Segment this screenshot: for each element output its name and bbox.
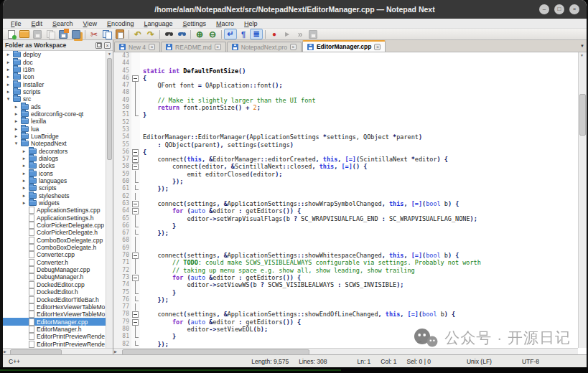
- tree-item-ApplicationSettings.h[interactable]: ApplicationSettings.h: [3, 214, 106, 222]
- fold-marker[interactable]: [131, 97, 140, 104]
- fold-marker[interactable]: [131, 341, 140, 348]
- menu-language[interactable]: Language: [139, 20, 177, 27]
- fold-marker[interactable]: [131, 311, 140, 318]
- fold-marker[interactable]: [131, 215, 140, 222]
- fold-marker[interactable]: [131, 171, 140, 178]
- redo-button[interactable]: [144, 29, 157, 39]
- code-editor-surface[interactable]: 434445static int DefaultFontSize()46{47 …: [113, 52, 578, 348]
- fold-marker[interactable]: [131, 245, 140, 252]
- fold-marker[interactable]: [131, 163, 140, 170]
- fold-marker[interactable]: [131, 156, 140, 163]
- fold-marker[interactable]: [131, 82, 140, 89]
- expand-arrow-icon[interactable]: ▾: [6, 96, 11, 102]
- fold-marker[interactable]: [131, 207, 140, 214]
- tree-item-languages[interactable]: ▸languages: [3, 177, 106, 184]
- play-macro-button[interactable]: [281, 29, 294, 39]
- tab-New 4[interactable]: New 4: [114, 42, 160, 52]
- tree-item-EditorManager.h[interactable]: EditorManager.h: [3, 326, 106, 333]
- word-wrap-button[interactable]: [224, 29, 237, 39]
- save-file-button[interactable]: [31, 29, 44, 39]
- expand-arrow-icon[interactable]: ▸: [22, 178, 27, 184]
- tree-item-stylesheets[interactable]: ▸stylesheets: [3, 192, 106, 199]
- fold-marker[interactable]: [131, 148, 140, 156]
- scrollbar-thumb[interactable]: [122, 349, 309, 355]
- scrollbar-thumb[interactable]: [107, 58, 112, 160]
- indent-guide-button[interactable]: [250, 29, 263, 39]
- tree-item-deploy[interactable]: ▸deploy: [3, 51, 106, 58]
- tree-item-decorators[interactable]: ▸decorators: [3, 147, 106, 154]
- tree-item-icons[interactable]: ▸icons: [3, 170, 106, 177]
- maximize-button[interactable]: □: [554, 4, 564, 14]
- tree-item-EditorPrintPreviewRende…[interactable]: EditorPrintPreviewRende…: [3, 333, 106, 340]
- tab-list-button[interactable]: [580, 44, 584, 48]
- tree-item-EditorHexViewerTableMo…[interactable]: EditorHexViewerTableMo…: [3, 303, 106, 311]
- expand-arrow-icon[interactable]: ▸: [22, 163, 27, 169]
- fold-marker[interactable]: [131, 75, 140, 82]
- tree-item-dialogs[interactable]: ▸dialogs: [3, 155, 106, 162]
- menu-macro[interactable]: Macro: [211, 20, 239, 27]
- tree-item-DebugManager.h[interactable]: DebugManager.h: [3, 273, 106, 280]
- close-tab-icon[interactable]: [374, 44, 381, 50]
- scrollbar-thumb[interactable]: [579, 94, 586, 136]
- undock-panel-icon[interactable]: [95, 42, 102, 49]
- fold-marker[interactable]: [131, 296, 140, 303]
- tree-item-DockedEditor.cpp[interactable]: DockedEditor.cpp: [3, 281, 106, 288]
- fold-marker[interactable]: [131, 104, 140, 111]
- fold-marker[interactable]: [131, 200, 140, 207]
- tab-README.md[interactable]: README.md: [161, 42, 226, 52]
- save-macro-button[interactable]: [307, 29, 319, 39]
- tree-item-src[interactable]: ▾src: [3, 95, 106, 103]
- title-bar[interactable]: /home/alan/NotepadNext/src/NotepadNext/E…: [3, 0, 587, 19]
- fold-marker[interactable]: [131, 111, 140, 118]
- tree-item-EditorPrintPreviewRende…[interactable]: EditorPrintPreviewRende…: [3, 340, 106, 347]
- tree-item-EditorHexViewerTableMo…[interactable]: EditorHexViewerTableMo…: [3, 311, 106, 318]
- fold-marker[interactable]: [131, 230, 140, 237]
- tree-item-icon[interactable]: ▸icon: [3, 73, 106, 80]
- tree-item-ComboBoxDelegate.h[interactable]: ComboBoxDelegate.h: [3, 244, 106, 251]
- expand-arrow-icon[interactable]: ▸: [22, 171, 27, 176]
- editor-vertical-scrollbar[interactable]: [578, 52, 587, 348]
- tree-item-widgets[interactable]: ▸widgets: [3, 199, 106, 207]
- fold-marker[interactable]: [131, 267, 140, 274]
- close-tab-icon[interactable]: [149, 44, 155, 50]
- record-macro-button[interactable]: [268, 29, 281, 39]
- show-all-characters-button[interactable]: [237, 29, 250, 39]
- fold-marker[interactable]: [131, 303, 140, 311]
- menu-settings[interactable]: Settings: [178, 20, 212, 27]
- menu-file[interactable]: File: [6, 20, 27, 27]
- tree-item-Converter.cpp[interactable]: Converter.cpp: [3, 251, 106, 258]
- fold-marker[interactable]: [131, 326, 140, 333]
- new-file-button[interactable]: [5, 29, 18, 39]
- zoom-in-button[interactable]: [193, 29, 206, 39]
- tree-item-DockedEditorTitleBar.h[interactable]: DockedEditorTitleBar.h: [3, 296, 106, 303]
- tree-item-ColorPickerDelegate.h[interactable]: ColorPickerDelegate.h: [3, 229, 106, 236]
- fold-marker[interactable]: [131, 237, 140, 244]
- fold-marker[interactable]: [131, 193, 140, 200]
- fold-marker[interactable]: [131, 333, 140, 340]
- tree-item-DockedEditor.h[interactable]: DockedEditor.h: [3, 288, 106, 296]
- fold-marker[interactable]: [131, 259, 140, 266]
- tree-item-docks[interactable]: ▸docks: [3, 162, 106, 169]
- close-button[interactable]: ×: [569, 4, 579, 14]
- tree-item-doc[interactable]: ▸doc: [3, 58, 106, 65]
- fold-marker[interactable]: [131, 289, 140, 296]
- copy-button[interactable]: [101, 29, 113, 39]
- tree-item-ApplicationSettings.cpp[interactable]: ApplicationSettings.cpp: [3, 207, 106, 214]
- expand-arrow-icon[interactable]: ▸: [6, 74, 11, 80]
- expand-arrow-icon[interactable]: ▸: [14, 111, 19, 117]
- menu-view[interactable]: View: [78, 20, 102, 27]
- fold-marker[interactable]: [131, 274, 140, 281]
- fold-marker[interactable]: [131, 185, 140, 192]
- fold-marker[interactable]: [131, 222, 140, 230]
- menu-encoding[interactable]: Encoding: [102, 20, 139, 27]
- tab-EditorManager.cpp[interactable]: EditorManager.cpp: [302, 40, 386, 52]
- fold-marker[interactable]: [131, 178, 140, 185]
- tab-NotepadNext.pro[interactable]: NotepadNext.pro: [227, 42, 302, 52]
- expand-arrow-icon[interactable]: ▸: [14, 104, 19, 110]
- fold-marker[interactable]: [131, 318, 140, 326]
- tree-item-LuaBridge[interactable]: ▸LuaBridge: [3, 133, 106, 140]
- save-all-button[interactable]: [70, 29, 83, 39]
- scrollbar-thumb[interactable]: [10, 349, 62, 355]
- expand-arrow-icon[interactable]: ▸: [14, 126, 19, 132]
- fold-marker[interactable]: [131, 89, 140, 96]
